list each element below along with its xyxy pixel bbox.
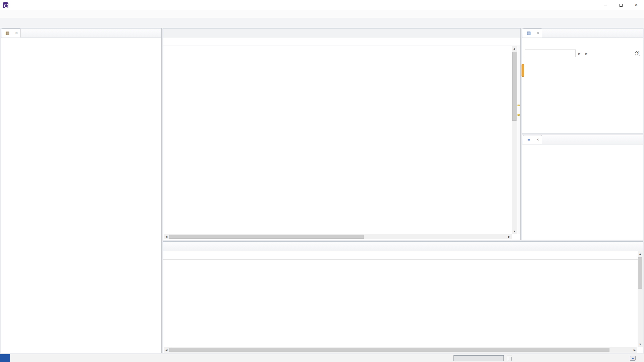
console-horizontal-scrollbar[interactable]: ◀ ▶	[164, 347, 637, 353]
scroll-right-icon[interactable]: ▶	[506, 235, 512, 238]
status-accent-block	[0, 354, 10, 362]
close-view-icon[interactable]: ✕	[536, 138, 539, 141]
editor-area[interactable]: ▲ ▼ ◀ ▶	[163, 28, 521, 240]
tab-task-list[interactable]: ▤ ✕	[523, 28, 542, 38]
scroll-up-icon[interactable]: ▲	[512, 46, 517, 51]
notification-icon[interactable]	[630, 356, 636, 361]
code-editor[interactable]	[163, 46, 512, 234]
outline-icon: ≡	[526, 137, 532, 142]
task-list-header: ▤ ✕	[522, 28, 643, 38]
scroll-left-icon[interactable]: ◀	[164, 235, 169, 238]
warning-mark[interactable]	[518, 105, 520, 106]
console-output[interactable]	[163, 260, 638, 347]
scrollbar-thumb[interactable]	[512, 52, 517, 121]
scroll-left-icon[interactable]: ◀	[164, 349, 169, 352]
package-explorer-header: ▦ ✕	[1, 28, 161, 38]
status-bar	[0, 354, 644, 362]
heap-status-gauge	[453, 355, 504, 361]
scrollbar-thumb[interactable]	[169, 235, 364, 239]
tab-package-explorer[interactable]: ▦ ✕	[2, 28, 21, 38]
close-icon: ✕	[635, 3, 638, 7]
task-list-icon: ▤	[526, 31, 532, 36]
warning-mark[interactable]	[518, 114, 520, 116]
scroll-up-icon[interactable]: ▲	[638, 251, 643, 256]
scrollbar-thumb[interactable]	[638, 257, 642, 289]
console-panel: ▲ ▼ ◀ ▶	[163, 241, 643, 353]
task-category-marker	[522, 64, 524, 77]
package-explorer-icon: ▦	[5, 31, 10, 36]
chevron-right-icon: ▶	[585, 52, 588, 55]
main-toolbar	[0, 18, 644, 28]
editor-vertical-scrollbar[interactable]: ▲ ▼	[512, 46, 517, 234]
close-view-icon[interactable]: ✕	[536, 31, 539, 35]
task-list-panel: ▤ ✕ ▶ ▶ ?	[522, 28, 643, 133]
console-process-header	[163, 251, 643, 260]
breadcrumb	[163, 38, 520, 46]
maximize-window-button[interactable]	[613, 0, 629, 10]
minimize-icon	[604, 5, 607, 5]
chevron-right-icon: ▶	[578, 52, 581, 55]
outline-header: ≡ ✕	[522, 135, 643, 144]
task-list-find-row: ▶ ▶ ?	[522, 48, 643, 59]
editor-tab-bar	[163, 28, 520, 38]
tab-outline[interactable]: ≡ ✕	[523, 135, 542, 144]
scroll-down-icon[interactable]: ▼	[638, 342, 643, 347]
close-window-button[interactable]: ✕	[629, 0, 644, 10]
minimize-window-button[interactable]	[598, 0, 613, 10]
scrollbar-thumb[interactable]	[169, 348, 609, 352]
help-icon[interactable]: ?	[635, 51, 640, 56]
close-view-icon[interactable]: ✕	[15, 31, 18, 35]
scroll-right-icon[interactable]: ▶	[632, 349, 637, 352]
task-list-toolbar	[522, 38, 643, 48]
eclipse-logo-icon	[3, 2, 8, 8]
title-bar: ✕	[0, 0, 644, 10]
console-tab-bar	[163, 242, 643, 251]
maximize-icon	[620, 4, 623, 7]
overview-ruler[interactable]	[517, 46, 520, 234]
run-garbage-collector-button[interactable]	[508, 357, 512, 361]
console-vertical-scrollbar[interactable]: ▲ ▼	[638, 251, 643, 347]
scroll-down-icon[interactable]: ▼	[512, 229, 517, 234]
find-input[interactable]	[525, 50, 576, 57]
package-explorer-panel: ▦ ✕	[1, 28, 162, 353]
outline-panel: ≡ ✕	[522, 135, 643, 240]
editor-horizontal-scrollbar[interactable]: ◀ ▶	[164, 234, 512, 239]
menu-bar	[0, 10, 644, 18]
